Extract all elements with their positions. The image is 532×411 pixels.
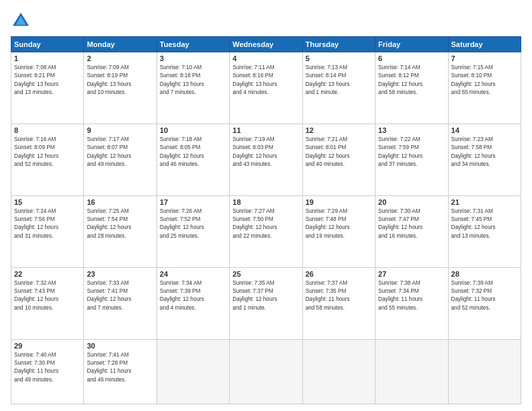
day-info: Sunrise: 7:11 AMSunset: 8:16 PMDaylight:…: [232, 64, 299, 97]
calendar-cell: [375, 339, 448, 404]
day-number: 7: [451, 54, 518, 62]
calendar-cell: 6Sunrise: 7:14 AMSunset: 8:12 PMDaylight…: [375, 52, 448, 124]
day-info: Sunrise: 7:23 AMSunset: 7:58 PMDaylight:…: [451, 136, 518, 169]
calendar-cell: 22Sunrise: 7:32 AMSunset: 7:43 PMDayligh…: [11, 267, 84, 339]
calendar-cell: 20Sunrise: 7:30 AMSunset: 7:47 PMDayligh…: [375, 195, 448, 267]
day-info: Sunrise: 7:37 AMSunset: 7:35 PMDaylight:…: [306, 279, 372, 312]
day-number: 29: [14, 342, 81, 350]
calendar-cell: 10Sunrise: 7:18 AMSunset: 8:05 PMDayligh…: [157, 124, 229, 195]
calendar-cell: 18Sunrise: 7:27 AMSunset: 7:50 PMDayligh…: [230, 195, 302, 267]
day-info: Sunrise: 7:40 AMSunset: 7:30 PMDaylight:…: [14, 351, 81, 384]
day-number: 25: [232, 270, 299, 278]
day-info: Sunrise: 7:16 AMSunset: 8:09 PMDaylight:…: [14, 136, 81, 169]
day-number: 5: [306, 54, 372, 62]
calendar-cell: 19Sunrise: 7:29 AMSunset: 7:48 PMDayligh…: [302, 195, 375, 267]
day-number: 1: [14, 54, 81, 62]
day-info: Sunrise: 7:39 AMSunset: 7:32 PMDaylight:…: [451, 279, 518, 312]
day-number: 21: [451, 198, 518, 206]
page: SundayMondayTuesdayWednesdayThursdayFrid…: [0, 0, 532, 411]
day-info: Sunrise: 7:29 AMSunset: 7:48 PMDaylight:…: [306, 208, 372, 240]
calendar-cell: 25Sunrise: 7:35 AMSunset: 7:37 PMDayligh…: [230, 267, 302, 339]
col-header-wednesday: Wednesday: [230, 37, 302, 52]
calendar-cell: 11Sunrise: 7:19 AMSunset: 8:03 PMDayligh…: [230, 124, 302, 195]
day-info: Sunrise: 7:33 AMSunset: 7:41 PMDaylight:…: [87, 279, 153, 312]
day-number: 11: [232, 126, 299, 134]
day-number: 14: [451, 126, 518, 134]
day-info: Sunrise: 7:18 AMSunset: 8:05 PMDaylight:…: [160, 136, 226, 169]
day-number: 19: [306, 198, 372, 206]
calendar-table: SundayMondayTuesdayWednesdayThursdayFrid…: [11, 36, 521, 404]
col-header-thursday: Thursday: [302, 37, 375, 52]
calendar-cell: 27Sunrise: 7:38 AMSunset: 7:34 PMDayligh…: [375, 267, 448, 339]
calendar-cell: 21Sunrise: 7:31 AMSunset: 7:45 PMDayligh…: [448, 195, 521, 267]
col-header-saturday: Saturday: [448, 37, 521, 52]
day-info: Sunrise: 7:32 AMSunset: 7:43 PMDaylight:…: [14, 279, 81, 312]
day-info: Sunrise: 7:09 AMSunset: 8:19 PMDaylight:…: [87, 64, 153, 97]
col-header-tuesday: Tuesday: [157, 37, 229, 52]
day-number: 3: [160, 54, 226, 62]
day-info: Sunrise: 7:14 AMSunset: 8:12 PMDaylight:…: [378, 64, 445, 97]
day-info: Sunrise: 7:38 AMSunset: 7:34 PMDaylight:…: [378, 279, 445, 312]
calendar-cell: [448, 339, 521, 404]
day-number: 30: [87, 342, 153, 350]
day-number: 2: [87, 54, 153, 62]
calendar-cell: 12Sunrise: 7:21 AMSunset: 8:01 PMDayligh…: [302, 124, 375, 195]
day-number: 20: [378, 198, 445, 206]
day-info: Sunrise: 7:08 AMSunset: 8:21 PMDaylight:…: [14, 64, 81, 97]
day-info: Sunrise: 7:25 AMSunset: 7:54 PMDaylight:…: [87, 208, 153, 240]
day-info: Sunrise: 7:35 AMSunset: 7:37 PMDaylight:…: [232, 279, 299, 312]
day-number: 4: [232, 54, 299, 62]
day-number: 22: [14, 270, 81, 278]
day-info: Sunrise: 7:34 AMSunset: 7:39 PMDaylight:…: [160, 279, 226, 312]
day-info: Sunrise: 7:10 AMSunset: 8:18 PMDaylight:…: [160, 64, 226, 97]
calendar-cell: 2Sunrise: 7:09 AMSunset: 8:19 PMDaylight…: [84, 52, 157, 124]
day-number: 24: [160, 270, 226, 278]
day-info: Sunrise: 7:22 AMSunset: 7:59 PMDaylight:…: [378, 136, 445, 169]
col-header-monday: Monday: [84, 37, 157, 52]
calendar-cell: 4Sunrise: 7:11 AMSunset: 8:16 PMDaylight…: [230, 52, 302, 124]
calendar-cell: 23Sunrise: 7:33 AMSunset: 7:41 PMDayligh…: [84, 267, 157, 339]
calendar-cell: 5Sunrise: 7:13 AMSunset: 8:14 PMDaylight…: [302, 52, 375, 124]
calendar-cell: 24Sunrise: 7:34 AMSunset: 7:39 PMDayligh…: [157, 267, 229, 339]
calendar-cell: [157, 339, 229, 404]
day-info: Sunrise: 7:27 AMSunset: 7:50 PMDaylight:…: [232, 208, 299, 240]
day-number: 18: [232, 198, 299, 206]
day-number: 28: [451, 270, 518, 278]
day-info: Sunrise: 7:24 AMSunset: 7:56 PMDaylight:…: [14, 208, 81, 240]
day-number: 23: [87, 270, 153, 278]
day-number: 9: [87, 126, 153, 134]
calendar-cell: 29Sunrise: 7:40 AMSunset: 7:30 PMDayligh…: [11, 339, 84, 404]
day-number: 10: [160, 126, 226, 134]
day-number: 27: [378, 270, 445, 278]
day-number: 17: [160, 198, 226, 206]
calendar-cell: 8Sunrise: 7:16 AMSunset: 8:09 PMDaylight…: [11, 124, 84, 195]
logo-icon: [11, 11, 31, 31]
calendar-cell: 14Sunrise: 7:23 AMSunset: 7:58 PMDayligh…: [448, 124, 521, 195]
day-info: Sunrise: 7:30 AMSunset: 7:47 PMDaylight:…: [378, 208, 445, 240]
col-header-friday: Friday: [375, 37, 448, 52]
calendar-cell: 17Sunrise: 7:26 AMSunset: 7:52 PMDayligh…: [157, 195, 229, 267]
day-info: Sunrise: 7:26 AMSunset: 7:52 PMDaylight:…: [160, 208, 226, 240]
day-number: 8: [14, 126, 81, 134]
day-number: 13: [378, 126, 445, 134]
logo: [11, 11, 34, 31]
calendar-cell: 28Sunrise: 7:39 AMSunset: 7:32 PMDayligh…: [448, 267, 521, 339]
day-info: Sunrise: 7:21 AMSunset: 8:01 PMDaylight:…: [306, 136, 372, 169]
col-header-sunday: Sunday: [11, 37, 84, 52]
day-info: Sunrise: 7:31 AMSunset: 7:45 PMDaylight:…: [451, 208, 518, 240]
calendar-cell: [302, 339, 375, 404]
day-number: 26: [306, 270, 372, 278]
calendar-cell: 13Sunrise: 7:22 AMSunset: 7:59 PMDayligh…: [375, 124, 448, 195]
calendar-cell: [230, 339, 302, 404]
day-info: Sunrise: 7:13 AMSunset: 8:14 PMDaylight:…: [306, 64, 372, 97]
day-info: Sunrise: 7:15 AMSunset: 8:10 PMDaylight:…: [451, 64, 518, 97]
calendar-cell: 1Sunrise: 7:08 AMSunset: 8:21 PMDaylight…: [11, 52, 84, 124]
header: [11, 11, 521, 31]
day-info: Sunrise: 7:17 AMSunset: 8:07 PMDaylight:…: [87, 136, 153, 169]
calendar-cell: 26Sunrise: 7:37 AMSunset: 7:35 PMDayligh…: [302, 267, 375, 339]
calendar-cell: 9Sunrise: 7:17 AMSunset: 8:07 PMDaylight…: [84, 124, 157, 195]
day-number: 12: [306, 126, 372, 134]
calendar-cell: 16Sunrise: 7:25 AMSunset: 7:54 PMDayligh…: [84, 195, 157, 267]
day-number: 6: [378, 54, 445, 62]
calendar-cell: 15Sunrise: 7:24 AMSunset: 7:56 PMDayligh…: [11, 195, 84, 267]
